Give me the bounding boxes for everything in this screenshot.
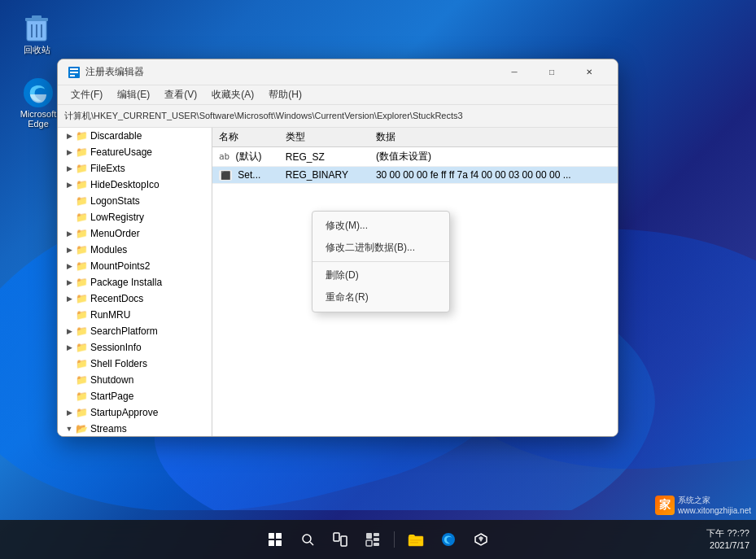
svg-rect-22 (366, 540, 372, 546)
folder-icon: 📁 (76, 358, 87, 369)
expand-icon: ▶ (64, 408, 74, 417)
ctx-delete[interactable]: 删除(D) (312, 264, 449, 286)
svg-rect-26 (410, 539, 422, 541)
edge-icon-svg (22, 76, 55, 109)
expand-icon: ▶ (64, 164, 74, 173)
context-menu: 修改(M)... 修改二进制数据(B)... 删除(D) 重命名(R) (312, 211, 450, 312)
tree-item-shellfolders[interactable]: ▶ 📁 Shell Folders (58, 356, 212, 372)
folder-icon: 📁 (76, 277, 87, 288)
svg-point-6 (24, 78, 53, 107)
menu-view[interactable]: 查看(V) (158, 86, 203, 103)
folder-icon: 📁 (76, 309, 87, 321)
recycle-bin-icon[interactable]: 回收站 (8, 8, 65, 59)
tree-item-logonstats[interactable]: ▶ 📁 LogonStats (58, 193, 212, 209)
tree-item-startpage[interactable]: ▶ 📁 StartPage (58, 388, 212, 404)
menu-favorites[interactable]: 收藏夹(A) (205, 86, 260, 103)
row-data: 30 00 00 00 fe ff ff 7a f4 00 00 03 00 0… (369, 167, 618, 184)
title-bar-icon (68, 66, 81, 79)
svg-rect-21 (374, 538, 379, 541)
tree-item-lowregistry[interactable]: ▶ 📁 LowRegistry (58, 209, 212, 225)
expand-icon: ▶ (64, 294, 74, 304)
registry-editor-window: 注册表编辑器 ─ □ ✕ 文件(F) 编辑(E) 查看(V) 收藏夹(A) 帮助… (57, 59, 618, 437)
close-button[interactable]: ✕ (570, 59, 608, 85)
start-button[interactable] (260, 525, 290, 554)
expand-icon: ▶ (64, 277, 74, 287)
edge-taskbar-icon (441, 532, 456, 547)
search-button[interactable] (293, 525, 322, 554)
maximize-button[interactable]: □ (533, 59, 570, 85)
task-view-button[interactable] (326, 525, 355, 554)
col-type: 类型 (279, 128, 369, 147)
tree-item-recentdocs[interactable]: ▶ 📁 RecentDocs (58, 290, 212, 307)
expand-icon: ▶ (64, 326, 74, 336)
file-explorer-button[interactable] (401, 525, 430, 554)
widgets-icon (365, 532, 380, 547)
brand-text: 系统之家 www.xitongzhijia.net (678, 495, 751, 515)
store-button[interactable] (466, 525, 496, 554)
tree-item-sessioninfo[interactable]: ▶ 📁 SessionInfo (58, 339, 212, 356)
svg-rect-12 (276, 533, 282, 539)
expand-icon: ▶ (64, 343, 74, 352)
tree-item-hidedesktop[interactable]: ▶ 📁 HideDesktopIco (58, 177, 212, 193)
registry-table: 名称 类型 数据 ab (默认) REG_SZ (数值未设置) (212, 128, 618, 184)
tree-item-modules[interactable]: ▶ 📁 Modules (58, 242, 212, 258)
expand-icon: ▶ (64, 180, 74, 190)
tree-item-searchplatform[interactable]: ▶ 📁 SearchPlatform (58, 323, 212, 339)
folder-icon: 📁 (76, 163, 87, 174)
tree-item-package[interactable]: ▶ 📁 Package Installa (58, 274, 212, 290)
expand-icon: ▼ (64, 424, 74, 434)
tree-item-startupapprove[interactable]: ▶ 📁 StartupApprove (58, 404, 212, 421)
tree-item-runmru[interactable]: ▶ 📁 RunMRU (58, 307, 212, 323)
ctx-rename[interactable]: 重命名(R) (312, 286, 449, 308)
svg-rect-8 (70, 68, 78, 70)
col-data: 数据 (369, 128, 618, 147)
folder-icon: 📁 (76, 260, 87, 272)
folder-icon: 📁 (76, 228, 87, 239)
tree-panel: ▶ 📁 Discardable ▶ 📁 FeatureUsage ▶ 📁 Fil… (58, 128, 212, 436)
menu-bar: 文件(F) 编辑(E) 查看(V) 收藏夹(A) 帮助(H) (58, 85, 618, 105)
tree-item-fileexts[interactable]: ▶ 📁 FileExts (58, 160, 212, 177)
file-explorer-icon (408, 532, 424, 547)
expand-icon: ▶ (64, 245, 74, 255)
taskbar: 下午 ??:?? 2021/7/17 (0, 520, 756, 559)
expand-icon: ▶ (64, 147, 74, 157)
svg-rect-11 (269, 533, 274, 539)
taskbar-separator (394, 531, 395, 548)
row-data: (数值未设置) (369, 147, 618, 167)
search-icon (300, 532, 315, 547)
tree-item-menuorder[interactable]: ▶ 📁 MenuOrder (58, 225, 212, 242)
tree-item-discardable[interactable]: ▶ 📁 Discardable (58, 128, 212, 144)
table-row[interactable]: ab (默认) REG_SZ (数值未设置) (212, 147, 618, 167)
edge-label: MicrosoftEdge (20, 109, 57, 129)
store-icon (474, 532, 488, 547)
tree-item-mountpoints[interactable]: ▶ 📁 MountPoints2 (58, 258, 212, 274)
svg-rect-14 (276, 540, 282, 546)
table-header: 名称 类型 数据 (212, 128, 618, 147)
ctx-modify[interactable]: 修改(M)... (312, 215, 449, 237)
widgets-button[interactable] (358, 525, 387, 554)
minimize-button[interactable]: ─ (496, 59, 533, 85)
address-bar: 计算机\HKEY_CURRENT_USER\Software\Microsoft… (58, 105, 618, 128)
menu-file[interactable]: 文件(F) (64, 86, 109, 103)
table-row[interactable]: ⬛ Set... REG_BINARY 30 00 00 00 fe ff ff… (212, 167, 618, 184)
edge-taskbar-button[interactable] (434, 525, 463, 554)
address-path: 计算机\HKEY_CURRENT_USER\Software\Microsoft… (64, 110, 463, 122)
window-controls: ─ □ ✕ (496, 59, 608, 85)
svg-line-16 (310, 542, 313, 545)
tree-item-streams[interactable]: ▼ 📂 Streams (58, 421, 212, 436)
svg-rect-10 (70, 75, 75, 76)
folder-icon: 📁 (76, 407, 87, 418)
tree-item-shutdown[interactable]: ▶ 📁 Shutdown (58, 372, 212, 388)
expand-icon: ▶ (64, 131, 74, 141)
ctx-modify-binary[interactable]: 修改二进制数据(B)... (312, 237, 449, 259)
taskbar-center (260, 525, 496, 554)
svg-rect-20 (374, 533, 379, 536)
tree-item-featureusage[interactable]: ▶ 📁 FeatureUsage (58, 144, 212, 160)
window-title: 注册表编辑器 (85, 65, 496, 79)
menu-edit[interactable]: 编辑(E) (111, 86, 156, 103)
expand-icon: ▶ (64, 261, 74, 271)
menu-help[interactable]: 帮助(H) (262, 86, 308, 103)
folder-icon: 📁 (76, 244, 87, 255)
taskbar-time: 下午 ??:?? 2021/7/17 (706, 527, 749, 552)
row-name: ab (默认) (212, 147, 279, 167)
